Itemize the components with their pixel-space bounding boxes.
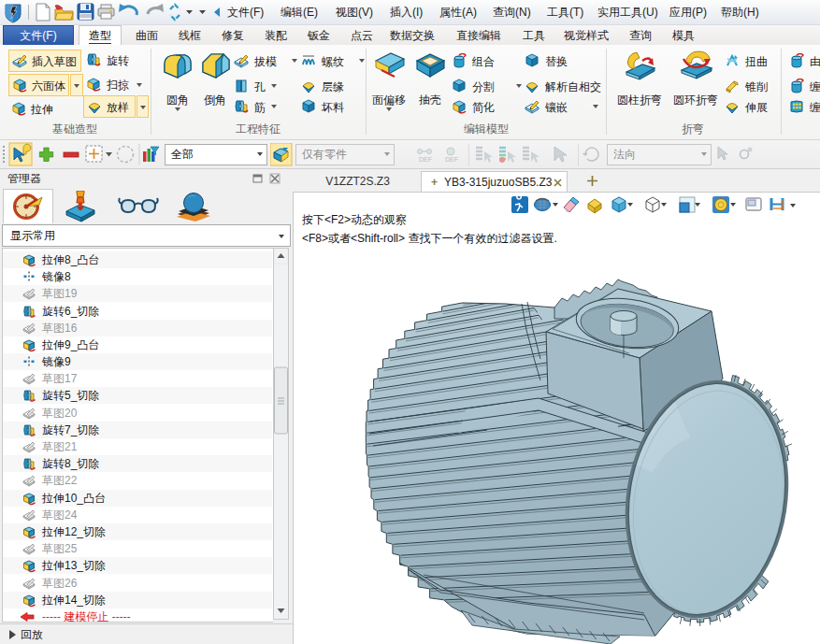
svg-text:DEF: DEF [419, 156, 432, 163]
svg-text:DEF: DEF [445, 156, 458, 163]
